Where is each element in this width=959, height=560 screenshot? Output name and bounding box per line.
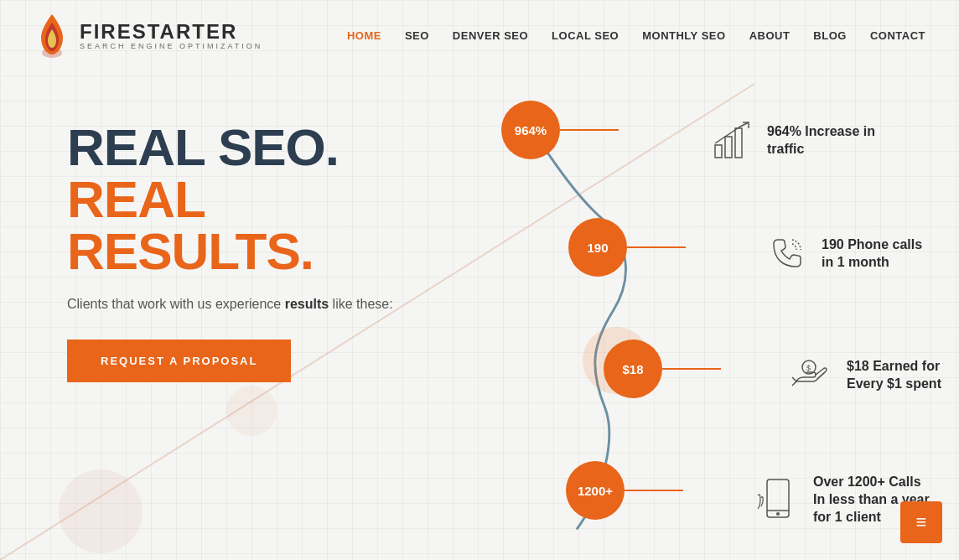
- hero-subtitle-bold: results: [285, 297, 329, 311]
- svg-point-2: [226, 386, 277, 436]
- stat-circle-4: 1200+: [566, 461, 625, 520]
- stat-line-2: [627, 246, 686, 248]
- stat-entry-3: $ $18 Earned for Every $1 spent: [788, 352, 941, 398]
- svg-rect-9: [767, 480, 789, 517]
- stat-text-1: 964% Increase in traffic: [767, 123, 875, 158]
- main-nav: HOME SEO DENVER SEO LOCAL SEO MONTHLY SE…: [347, 29, 925, 42]
- stat-node-2: 190: [568, 218, 627, 277]
- stat-title-4-line1: Over 1200+ Calls: [813, 474, 930, 491]
- hero-title-line1: REAL SEO.: [67, 122, 453, 174]
- stat-entry-2: 190 Phone calls in 1 month: [763, 231, 922, 277]
- svg-point-11: [776, 512, 780, 516]
- svg-text:$: $: [806, 364, 811, 372]
- stat-title-3-line1: $18 Earned for: [847, 358, 941, 376]
- hero-subtitle: Clients that work with us experience res…: [67, 294, 453, 314]
- cta-button[interactable]: REQUEST A PROPOSAL: [67, 340, 291, 382]
- hero-title-line2: REAL RESULTS.: [67, 174, 453, 277]
- nav-denver-seo[interactable]: DENVER SEO: [453, 29, 528, 42]
- money-hand-icon: $: [788, 352, 834, 398]
- svg-rect-6: [735, 128, 742, 158]
- hero-subtitle-prefix: Clients that work with us experience: [67, 297, 285, 311]
- stat-icon-phone: [763, 231, 809, 277]
- logo-subtitle: SEARCH ENGINE OPTIMIZATION: [80, 42, 262, 50]
- stat-node-3: $18: [604, 340, 662, 398]
- stat-icon-money: $: [788, 352, 834, 398]
- stat-title-1-line2: traffic: [767, 141, 875, 158]
- logo-text: FIRESTARTER SEARCH ENGINE OPTIMIZATION: [80, 22, 262, 50]
- svg-rect-4: [715, 145, 722, 158]
- stat-circle-1: 964%: [501, 101, 560, 159]
- stat-node-4: 1200+: [566, 461, 625, 520]
- stat-text-2: 190 Phone calls in 1 month: [822, 236, 922, 272]
- stat-text-3: $18 Earned for Every $1 spent: [847, 358, 941, 393]
- chart-bar-icon: [711, 120, 753, 162]
- stat-circle-2: 190: [568, 218, 627, 277]
- logo-title: FIRESTARTER: [80, 22, 262, 42]
- flame-icon: [34, 13, 71, 59]
- logo: FIRESTARTER SEARCH ENGINE OPTIMIZATION: [34, 13, 262, 59]
- stat-title-3-line2: Every $1 spent: [847, 376, 941, 393]
- stat-value-3: $18: [622, 362, 643, 376]
- svg-rect-5: [725, 137, 732, 158]
- hero-subtitle-suffix: like these:: [329, 297, 392, 311]
- stat-title-1-line1: 964% Increase in: [767, 123, 875, 141]
- nav-seo[interactable]: SEO: [405, 29, 429, 42]
- chat-icon: ≡: [916, 511, 927, 533]
- chat-button[interactable]: ≡: [900, 501, 942, 543]
- stat-value-2: 190: [587, 241, 608, 255]
- nav-local-seo[interactable]: LOCAL SEO: [552, 29, 619, 42]
- stat-title-2-line2: in 1 month: [822, 254, 922, 272]
- svg-point-1: [59, 469, 143, 553]
- stat-icon-traffic: [708, 117, 754, 163]
- stat-circle-3: $18: [604, 340, 662, 398]
- stat-entry-1: 964% Increase in traffic: [708, 117, 875, 163]
- stat-icon-mobile: [754, 477, 801, 523]
- stat-line-3: [662, 368, 721, 370]
- nav-blog[interactable]: BLOG: [813, 29, 847, 42]
- phone-icon: [765, 233, 807, 275]
- nav-contact[interactable]: CONTACT: [870, 29, 925, 42]
- mobile-icon: [757, 477, 799, 523]
- stat-line-1: [560, 129, 619, 131]
- nav-about[interactable]: ABOUT: [749, 29, 791, 42]
- stat-line-4: [625, 490, 683, 491]
- stat-node-1: 964%: [501, 101, 560, 159]
- nav-monthly-seo[interactable]: MONTHLY SEO: [642, 29, 725, 42]
- stat-value-4: 1200+: [578, 484, 613, 498]
- nav-home[interactable]: HOME: [347, 29, 381, 42]
- hero-section: REAL SEO. REAL RESULTS. Clients that wor…: [67, 88, 453, 382]
- stat-value-1: 964%: [515, 123, 547, 137]
- stat-title-2-line1: 190 Phone calls: [822, 236, 922, 254]
